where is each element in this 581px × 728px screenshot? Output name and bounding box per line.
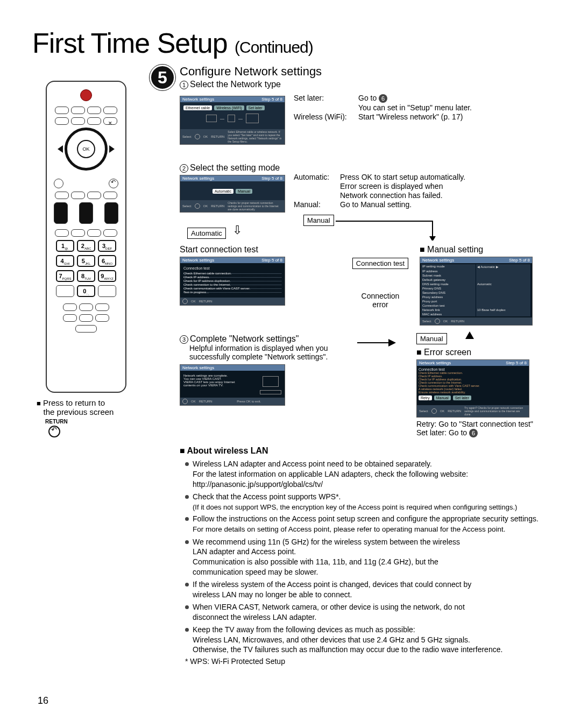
tab-manual[interactable]: Manual <box>236 189 252 194</box>
arrow-up-icon <box>465 331 474 339</box>
wps-footnote: * WPS: Wi-Fi Protected Setup <box>180 657 549 666</box>
panel-complete: Network settings Network settings are co… <box>180 364 285 406</box>
tab-manual-2[interactable]: Manual <box>434 395 451 400</box>
key-4[interactable]: 4GHI <box>56 255 74 267</box>
tab-setlater-2[interactable]: Set later <box>453 395 471 400</box>
key-8[interactable]: 8TUV <box>77 270 95 282</box>
key-9[interactable]: 9WXYZ <box>98 270 116 282</box>
arrow-right-icon <box>357 336 400 358</box>
svg-marker-2 <box>388 339 396 347</box>
start-connection-heading: Start connection test <box>180 245 341 255</box>
panel-connection-test: Network settingsStep 5 of 8 Connection t… <box>180 257 285 306</box>
key-0[interactable]: 0- , <box>77 285 95 297</box>
remote-illustration: OK ↶ 1@. 2ABC 3DEF 4GHI 5JKL 6MNO <box>46 81 126 393</box>
substep-2: 2Select the setting mode <box>180 163 549 173</box>
panel-manual-setting: Network settingsStep 5 of 8 IP setting m… <box>420 257 533 326</box>
label-automatic: Automatic <box>187 228 226 239</box>
step-badge: 5 <box>150 65 175 90</box>
panel-error: Network settingsStep 5 of 8 Connection t… <box>416 359 529 418</box>
wlan-heading: About wireless LAN <box>180 446 549 456</box>
remote-column: OK ↶ 1@. 2ABC 3DEF 4GHI 5JKL 6MNO <box>32 65 140 666</box>
wlan-bullet-4: We recommend using 11n (5 GHz) for the w… <box>185 537 549 578</box>
page-number: 16 <box>38 695 48 706</box>
tab-setlater[interactable]: Set later <box>246 105 265 110</box>
nav-pad[interactable]: OK <box>56 130 116 168</box>
substep-3: 3Complete "Network settings" <box>180 334 341 344</box>
svg-marker-0 <box>429 236 436 241</box>
network-type-notes: Set later:Go to 6 You can set in "Setup"… <box>294 94 472 122</box>
error-notes: Retry: Go to "Start connection test" Set… <box>416 420 549 437</box>
manual-arrow <box>336 219 476 241</box>
key-5[interactable]: 5JKL <box>77 255 95 267</box>
label-manual-1: Manual <box>303 215 334 226</box>
key-6[interactable]: 6MNO <box>98 255 116 267</box>
tab-ethernet[interactable]: Ethernet cable <box>183 105 212 110</box>
key-2[interactable]: 2ABC <box>77 240 95 252</box>
tab-wifi[interactable]: Wireless (WiFi) <box>214 105 244 110</box>
error-screen-heading: Error screen <box>416 348 549 357</box>
connection-labels: Connection test Connectionerror <box>351 242 410 309</box>
arrow-left-icon[interactable] <box>58 145 63 153</box>
tab-retry[interactable]: Retry <box>419 395 432 400</box>
wlan-bullet-3: Follow the instructions on the Access po… <box>185 514 549 534</box>
key-7[interactable]: 7PQRS <box>56 270 74 282</box>
panel-network-type: Network settingsStep 5 of 8 Ethernet cab… <box>180 96 285 145</box>
step-title: Configure Network settings <box>180 65 322 79</box>
remote-led <box>80 89 92 101</box>
key-1[interactable]: 1@. <box>56 240 74 252</box>
label-manual-2: Manual <box>416 333 447 344</box>
title-main: First Time Setup <box>32 27 228 59</box>
return-note: ■ Press to return to the previous screen <box>32 398 140 416</box>
key-3[interactable]: 3DEF <box>98 240 116 252</box>
ref-6: 6 <box>379 94 387 103</box>
title-suffix: (Continued) <box>235 38 313 56</box>
wlan-bullet-7: Keep the TV away from the following devi… <box>185 625 549 655</box>
arrow-right-icon[interactable] <box>109 145 115 153</box>
substep-1: 1Select the Network type <box>180 80 322 89</box>
close-icon[interactable] <box>103 117 117 125</box>
wlan-bullet-6: When VIERA CAST, Network camera, or othe… <box>185 602 549 623</box>
tab-automatic[interactable]: Automatic <box>212 189 233 194</box>
wlan-bullet-5: If the wireless system of the Access poi… <box>185 579 549 600</box>
about-wireless-lan: About wireless LAN Wireless LAN adapter … <box>180 446 549 666</box>
return-icon <box>48 426 60 437</box>
panel-setting-mode: Network settingsStep 5 of 8 Automatic Ma… <box>180 175 285 213</box>
label-connection-test: Connection test <box>352 258 408 269</box>
manual-setting-heading: Manual setting <box>420 245 549 255</box>
ok-button[interactable]: OK <box>77 140 95 158</box>
wlan-bullet-2: Check that the Access point supports WPS… <box>185 492 549 512</box>
wlan-bullet-1: Wireless LAN adapter and Access point ne… <box>185 459 549 490</box>
option-button[interactable] <box>54 179 63 188</box>
complete-desc: Helpful information is displayed when yo… <box>180 344 341 361</box>
setting-mode-notes: Automatic:Press OK to start setup automa… <box>294 173 465 209</box>
ref-6-b: 6 <box>469 429 478 437</box>
arrow-down-icon: ⇩ <box>232 223 242 237</box>
page-title: First Time Setup (Continued) <box>32 27 549 59</box>
return-label: RETURN <box>45 419 140 425</box>
return-button[interactable]: ↶ <box>109 179 118 188</box>
